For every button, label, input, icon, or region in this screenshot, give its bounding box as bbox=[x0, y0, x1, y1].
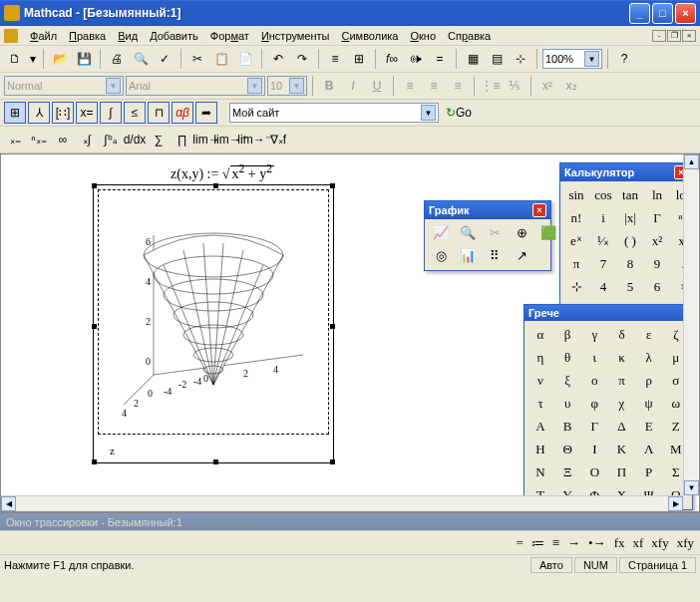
evalop-8[interactable]: xfy bbox=[677, 535, 694, 551]
evalop-7[interactable]: xfy bbox=[651, 535, 668, 551]
align-right-button[interactable]: ≡ bbox=[447, 75, 469, 97]
scatter3d-icon[interactable]: ⠿ bbox=[482, 245, 508, 267]
align-left-button[interactable]: ≡ bbox=[399, 75, 421, 97]
greek-2-2[interactable]: ο bbox=[581, 370, 607, 392]
greek-4-1[interactable]: Β bbox=[554, 416, 580, 438]
greek-2-3[interactable]: π bbox=[608, 370, 634, 392]
menu-symbolics[interactable]: Символика bbox=[335, 28, 404, 44]
calcop-6[interactable]: ∑ bbox=[148, 129, 170, 150]
greek-5-4[interactable]: Λ bbox=[636, 439, 662, 460]
polar-icon[interactable]: ⊕ bbox=[509, 222, 534, 244]
calcop-3[interactable]: ₓ∫ bbox=[76, 129, 98, 150]
calc-0-0[interactable]: sin bbox=[563, 184, 589, 206]
eval-palette-button[interactable]: x= bbox=[76, 102, 98, 124]
contour-icon[interactable]: ◎ bbox=[428, 245, 454, 267]
hscrollbar[interactable]: ◀ ▶ bbox=[1, 495, 683, 511]
greek-1-4[interactable]: λ bbox=[636, 347, 662, 369]
calc-0-3[interactable]: ln bbox=[644, 184, 670, 206]
numbering-button[interactable]: ⅕ bbox=[504, 75, 525, 97]
fx-button[interactable]: f∞ bbox=[381, 48, 403, 70]
greek-6-2[interactable]: Ο bbox=[581, 461, 607, 483]
superscript-button[interactable]: x² bbox=[536, 75, 558, 97]
greek-6-3[interactable]: Π bbox=[608, 461, 634, 483]
greek-0-2[interactable]: γ bbox=[581, 324, 607, 346]
greek-palette[interactable]: Грече αβγδεζηθικλμνξοπρστυφχψωΑΒΓΔΕΖΗΘΙΚ… bbox=[524, 304, 693, 510]
save-button[interactable]: 💾 bbox=[73, 48, 95, 70]
mdi-restore[interactable]: ❐ bbox=[667, 30, 681, 42]
greek-5-2[interactable]: Ι bbox=[581, 439, 607, 460]
maximize-button[interactable]: □ bbox=[652, 3, 673, 24]
copy-button[interactable]: 📋 bbox=[210, 48, 232, 70]
fontsize-dropdown-icon[interactable]: ▼ bbox=[289, 78, 304, 94]
greek-3-2[interactable]: φ bbox=[581, 393, 607, 415]
zoom-icon[interactable]: 🔍 bbox=[455, 222, 481, 244]
calcop-0[interactable]: ₓ₌ bbox=[4, 129, 26, 150]
font-dropdown-icon[interactable]: ▼ bbox=[247, 78, 262, 94]
calc-2-0[interactable]: eˣ bbox=[563, 230, 589, 252]
calc-1-0[interactable]: n! bbox=[563, 207, 589, 229]
go-button[interactable]: ↻Go bbox=[441, 102, 477, 124]
bar3d-icon[interactable]: 📊 bbox=[455, 245, 481, 267]
greek-palette-button[interactable]: αβ bbox=[172, 102, 193, 124]
calculus-palette-button[interactable]: ∫ bbox=[100, 102, 122, 124]
calc-2-1[interactable]: ¹⁄ₓ bbox=[590, 230, 616, 252]
greek-6-1[interactable]: Ξ bbox=[554, 461, 580, 483]
subscript-button[interactable]: x₂ bbox=[560, 75, 582, 97]
calcop-4[interactable]: ∫ᵇₐ bbox=[100, 129, 122, 150]
evalop-3[interactable]: → bbox=[567, 535, 580, 551]
greek-4-4[interactable]: Ε bbox=[636, 416, 662, 438]
menu-tools[interactable]: Инструменты bbox=[255, 28, 336, 44]
zoom-dropdown-icon[interactable]: ▼ bbox=[584, 51, 599, 67]
calcop-10[interactable]: lim→⁻ bbox=[243, 129, 265, 150]
calc-4-2[interactable]: 5 bbox=[617, 276, 643, 298]
evalop-0[interactable]: = bbox=[516, 535, 523, 551]
url-combo[interactable]: Мой сайт ▼ bbox=[229, 103, 439, 123]
align-button[interactable]: ≡ bbox=[324, 48, 346, 70]
greek-5-1[interactable]: Θ bbox=[554, 439, 580, 460]
greek-3-0[interactable]: τ bbox=[527, 393, 553, 415]
undo-button[interactable]: ↶ bbox=[267, 48, 289, 70]
print-button[interactable]: 🖨 bbox=[106, 48, 128, 70]
greek-4-3[interactable]: Δ bbox=[608, 416, 634, 438]
greek-2-0[interactable]: ν bbox=[527, 370, 553, 392]
calcop-5[interactable]: d/dx bbox=[124, 129, 146, 150]
menu-window[interactable]: Окно bbox=[404, 28, 442, 44]
menu-edit[interactable]: Правка bbox=[63, 28, 112, 44]
units-button[interactable]: 🕪 bbox=[405, 48, 427, 70]
formula-region[interactable]: z(x,y) := √x2 + y2 bbox=[171, 162, 274, 182]
scroll-down-icon[interactable]: ▼ bbox=[684, 480, 699, 495]
open-button[interactable]: 📂 bbox=[49, 48, 71, 70]
calc-3-2[interactable]: 8 bbox=[617, 253, 643, 275]
align-center-button[interactable]: ≡ bbox=[423, 75, 445, 97]
greek-3-4[interactable]: ψ bbox=[636, 393, 662, 415]
calc-3-1[interactable]: 7 bbox=[590, 253, 616, 275]
insert-button[interactable]: ⊹ bbox=[510, 48, 531, 70]
preview-button[interactable]: 🔍 bbox=[130, 48, 152, 70]
workspace[interactable]: z(x,y) := √x2 + y2 bbox=[0, 153, 700, 512]
greek-3-3[interactable]: χ bbox=[608, 393, 634, 415]
greek-1-0[interactable]: η bbox=[527, 347, 553, 369]
graph-palette[interactable]: График × 📈 🔍 ✂ ⊕ 🟩 ◎ 📊 ⠿ ↗ bbox=[424, 200, 551, 271]
greek-2-4[interactable]: ρ bbox=[636, 370, 662, 392]
scroll-left-icon[interactable]: ◀ bbox=[1, 496, 16, 511]
matrix-palette-button[interactable]: [∷] bbox=[52, 102, 74, 124]
greek-5-3[interactable]: Κ bbox=[608, 439, 634, 460]
calculator-palette-title[interactable]: Калькулятор × bbox=[560, 163, 692, 181]
boolean-palette-button[interactable]: ≤ bbox=[124, 102, 146, 124]
help-button[interactable]: ? bbox=[613, 48, 635, 70]
calc-4-1[interactable]: 4 bbox=[590, 276, 616, 298]
bullets-button[interactable]: ⋮≡ bbox=[480, 75, 502, 97]
greek-0-1[interactable]: β bbox=[554, 324, 580, 346]
calc-2-2[interactable]: ( ) bbox=[617, 230, 643, 252]
zoom-combo[interactable]: 100% ▼ bbox=[542, 49, 602, 69]
paste-button[interactable]: 📄 bbox=[234, 48, 256, 70]
style-dropdown-icon[interactable]: ▼ bbox=[106, 78, 121, 94]
surface-icon[interactable]: 🟩 bbox=[535, 222, 561, 244]
vscrollbar[interactable]: ▲ ▼ bbox=[683, 154, 699, 495]
calcop-2[interactable]: ∞ bbox=[52, 129, 74, 150]
calcop-1[interactable]: ⁿₓ₌ bbox=[28, 129, 50, 150]
new-button[interactable]: 🗋 bbox=[4, 48, 26, 70]
url-dropdown-icon[interactable]: ▼ bbox=[421, 105, 436, 121]
trace-window[interactable]: Окно трассировки - Безымянный:1 bbox=[0, 512, 700, 530]
evalop-5[interactable]: fx bbox=[614, 535, 625, 551]
